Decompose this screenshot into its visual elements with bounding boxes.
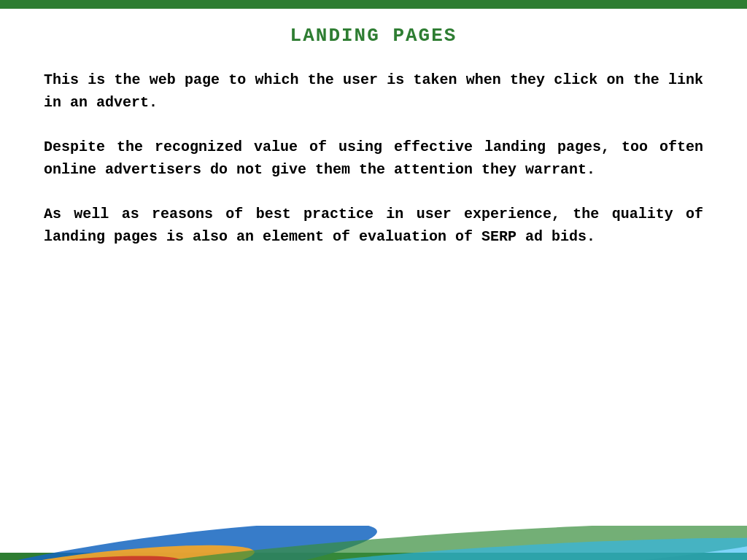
paragraph-3: As well as reasons of best practice in u… [44,203,703,248]
bottom-decoration [0,520,747,560]
content-area: This is the web page to which the user i… [0,54,747,284]
paragraph-1: This is the web page to which the user i… [44,69,703,114]
svg-rect-6 [0,520,747,526]
paragraph-2: Despite the recognized value of using ef… [44,136,703,181]
page-title: LANDING PAGES [290,25,457,47]
top-bar [0,0,747,9]
title-area: LANDING PAGES [0,9,747,54]
